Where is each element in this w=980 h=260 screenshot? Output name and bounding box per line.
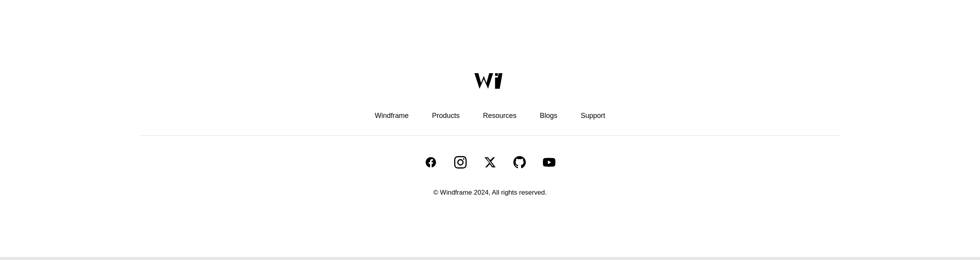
facebook-link[interactable] — [424, 155, 438, 169]
svg-marker-0 — [474, 73, 493, 89]
x-twitter-link[interactable] — [483, 155, 497, 169]
youtube-link[interactable] — [542, 155, 556, 169]
nav-link-resources[interactable]: Resources — [483, 112, 516, 119]
nav-item-resources[interactable]: Resources — [483, 112, 516, 120]
logo — [474, 71, 506, 92]
copyright-text: © Windframe 2024, All rights reserved. — [433, 189, 546, 197]
nav-item-support[interactable]: Support — [581, 112, 605, 120]
nav-item-windframe[interactable]: Windframe — [375, 112, 409, 120]
youtube-icon — [543, 156, 555, 169]
bottom-bar — [0, 257, 980, 260]
instagram-icon — [454, 156, 467, 169]
nav-link-support[interactable]: Support — [581, 112, 605, 119]
footer-nav: Windframe Products Resources Blogs Suppo… — [375, 112, 605, 135]
nav-link-windframe[interactable]: Windframe — [375, 112, 409, 119]
footer-divider — [140, 135, 840, 136]
svg-rect-1 — [495, 73, 498, 76]
facebook-icon — [425, 156, 437, 169]
nav-item-blogs[interactable]: Blogs — [540, 112, 557, 120]
logo-icon — [474, 71, 506, 91]
github-icon — [513, 156, 526, 169]
nav-item-products[interactable]: Products — [432, 112, 460, 120]
nav-link-products[interactable]: Products — [432, 112, 460, 119]
github-link[interactable] — [513, 155, 527, 169]
instagram-link[interactable] — [453, 155, 467, 169]
footer: Windframe Products Resources Blogs Suppo… — [0, 48, 980, 212]
x-twitter-icon — [484, 156, 496, 169]
social-links — [424, 155, 556, 169]
nav-link-blogs[interactable]: Blogs — [540, 112, 557, 119]
